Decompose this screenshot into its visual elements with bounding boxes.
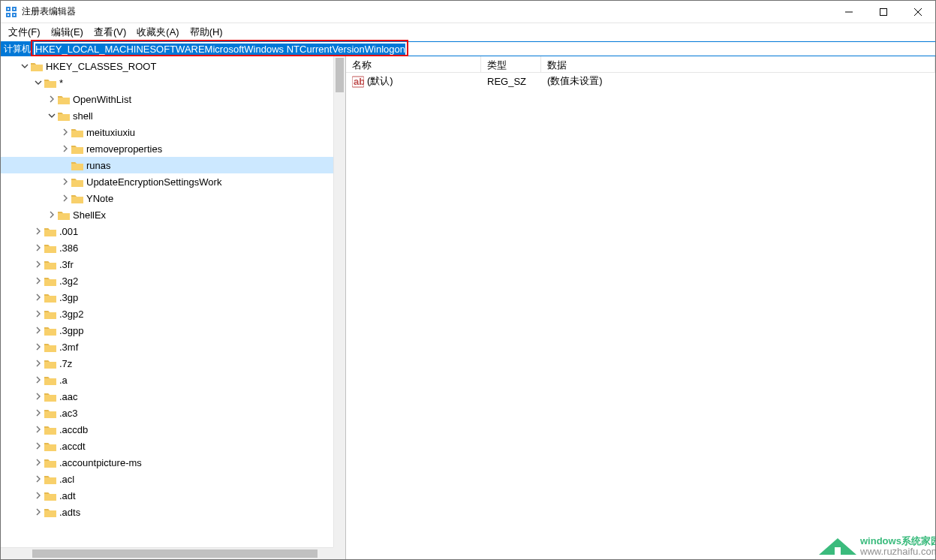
chevron-right-icon[interactable] — [32, 324, 44, 336]
tree-item[interactable]: .a — [1, 372, 333, 388]
tree-item[interactable]: .aac — [1, 388, 333, 405]
tree-item-label: .adt — [59, 490, 76, 501]
tree-item[interactable]: YNote — [1, 190, 333, 206]
tree-item-label: YNote — [86, 193, 113, 204]
chevron-right-icon[interactable] — [46, 93, 58, 105]
chevron-right-icon[interactable] — [32, 225, 44, 237]
minimize-button[interactable] — [832, 1, 866, 23]
tree-horizontal-thumb[interactable] — [32, 549, 318, 558]
chevron-right-icon[interactable] — [32, 275, 44, 287]
chevron-right-icon[interactable] — [32, 456, 44, 468]
tree-item[interactable]: runas — [1, 157, 333, 173]
tree-item-label: .3fr — [59, 259, 74, 270]
registry-editor-window: 注册表编辑器 文件(F) 编辑(E) 查看(V) 收藏夹(A) 帮助(H) 计算… — [0, 0, 936, 560]
tree-item[interactable]: .acl — [1, 471, 333, 487]
tree-item-label: .ac3 — [59, 408, 78, 419]
folder-icon — [44, 408, 56, 418]
folder-icon — [44, 441, 56, 451]
tree-item[interactable]: HKEY_CLASSES_ROOT — [1, 58, 333, 74]
menu-file[interactable]: 文件(F) — [8, 26, 41, 39]
tree-item-label: ShellEx — [73, 209, 106, 221]
chevron-right-icon[interactable] — [32, 390, 44, 402]
registry-tree[interactable]: HKEY_CLASSES_ROOT*OpenWithListshellmeitu… — [1, 56, 333, 522]
folder-icon — [44, 490, 56, 501]
address-input[interactable] — [34, 42, 935, 56]
chevron-right-icon[interactable] — [32, 291, 44, 303]
tree-pane: HKEY_CLASSES_ROOT*OpenWithListshellmeitu… — [1, 56, 346, 559]
col-header-data[interactable]: 数据 — [541, 56, 935, 72]
tree-item-label: .3g2 — [59, 275, 78, 287]
tree-item[interactable]: shell — [1, 107, 333, 124]
chevron-down-icon[interactable] — [32, 77, 44, 89]
folder-icon — [71, 176, 83, 187]
chevron-right-icon[interactable] — [32, 341, 44, 353]
chevron-right-icon[interactable] — [32, 423, 44, 435]
folder-icon — [44, 358, 56, 369]
tree-item[interactable]: meituxiuxiu — [1, 124, 333, 140]
tree-item-label: UpdateEncryptionSettingsWork — [86, 176, 221, 188]
chevron-right-icon[interactable] — [59, 192, 71, 204]
folder-icon — [44, 457, 56, 468]
tree-item[interactable]: removeproperties — [1, 140, 333, 157]
menu-edit[interactable]: 编辑(E) — [51, 26, 83, 39]
chevron-right-icon[interactable] — [32, 242, 44, 254]
tree-item[interactable]: .3gp2 — [1, 306, 333, 322]
col-header-name[interactable]: 名称 — [346, 56, 481, 72]
tree-item[interactable]: .386 — [1, 239, 333, 256]
menu-help[interactable]: 帮助(H) — [190, 26, 223, 39]
tree-item[interactable]: .3g2 — [1, 272, 333, 289]
chevron-right-icon[interactable] — [59, 143, 71, 155]
svg-rect-7 — [14, 14, 15, 16]
tree-item[interactable]: .3fr — [1, 256, 333, 272]
folder-icon — [71, 127, 83, 137]
tree-item[interactable]: .accdb — [1, 421, 333, 438]
chevron-right-icon[interactable] — [32, 258, 44, 270]
values-list[interactable]: (默认)REG_SZ(数值未设置) — [346, 73, 935, 559]
chevron-down-icon[interactable] — [46, 110, 58, 122]
tree-item-label: .acl — [59, 474, 74, 485]
chevron-right-icon[interactable] — [59, 126, 71, 138]
tree-item[interactable]: .3gp — [1, 289, 333, 306]
tree-item-label: HKEY_CLASSES_ROOT — [46, 61, 156, 72]
tree-item[interactable]: .adt — [1, 487, 333, 504]
menu-view[interactable]: 查看(V) — [94, 26, 126, 39]
chevron-right-icon[interactable] — [59, 176, 71, 188]
tree-item-label: OpenWithList — [73, 94, 131, 105]
tree-item[interactable]: .001 — [1, 223, 333, 239]
col-header-type[interactable]: 类型 — [481, 56, 541, 72]
tree-item[interactable]: UpdateEncryptionSettingsWork — [1, 173, 333, 190]
chevron-right-icon[interactable] — [32, 473, 44, 485]
tree-item[interactable]: OpenWithList — [1, 91, 333, 107]
tree-item[interactable]: .3gpp — [1, 322, 333, 339]
chevron-right-icon[interactable] — [32, 357, 44, 369]
chevron-right-icon[interactable] — [46, 209, 58, 221]
chevron-right-icon[interactable] — [32, 374, 44, 386]
folder-icon — [44, 226, 56, 236]
maximize-button[interactable] — [866, 1, 901, 23]
tree-vertical-scrollbar[interactable] — [333, 56, 345, 547]
tree-vertical-thumb[interactable] — [336, 58, 344, 92]
client-area: HKEY_CLASSES_ROOT*OpenWithListshellmeitu… — [1, 56, 935, 559]
chevron-down-icon[interactable] — [19, 60, 31, 72]
chevron-right-icon[interactable] — [32, 407, 44, 419]
tree-item[interactable]: * — [1, 74, 333, 91]
tree-scroll-corner — [333, 547, 345, 559]
tree-item[interactable]: .adts — [1, 504, 333, 520]
chevron-right-icon[interactable] — [32, 308, 44, 320]
menu-favorites[interactable]: 收藏夹(A) — [137, 26, 179, 39]
tree-item[interactable]: .3mf — [1, 339, 333, 355]
tree-item[interactable]: .accountpicture-ms — [1, 454, 333, 471]
tree-item[interactable]: ShellEx — [1, 206, 333, 223]
tree-item[interactable]: .7z — [1, 355, 333, 372]
tree-item[interactable]: .accdt — [1, 438, 333, 454]
chevron-right-icon[interactable] — [32, 440, 44, 452]
chevron-right-icon[interactable] — [32, 489, 44, 501]
value-row[interactable]: (默认)REG_SZ(数值未设置) — [346, 73, 935, 89]
tree-horizontal-scrollbar[interactable] — [1, 547, 333, 559]
value-data: (数值未设置) — [541, 74, 935, 88]
tree-item[interactable]: .ac3 — [1, 405, 333, 421]
chevron-right-icon[interactable] — [32, 506, 44, 518]
folder-icon — [44, 242, 56, 253]
close-button[interactable] — [901, 1, 935, 23]
address-bar: 计算机 HKEY_LOCAL_MACHINESOFTWAREMicrosoftW… — [1, 41, 935, 56]
